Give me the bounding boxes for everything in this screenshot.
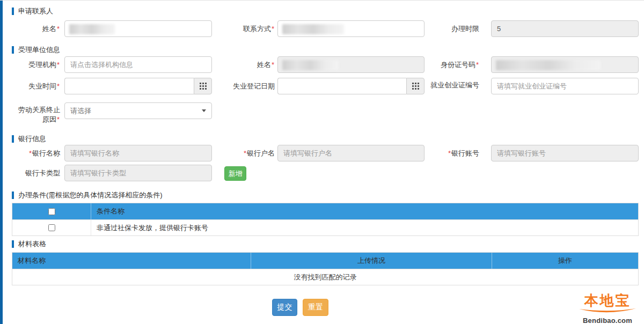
bank-name-label: *银行名称 bbox=[12, 149, 60, 158]
materials-table: 材料名称 上传情况 操作 没有找到匹配的记录 bbox=[12, 252, 639, 285]
agency-input[interactable] bbox=[64, 56, 212, 73]
date-picker-button[interactable] bbox=[194, 78, 212, 94]
calendar-grid-icon bbox=[200, 83, 207, 90]
id-number-input bbox=[491, 56, 639, 73]
termination-reason-label: 劳动关系终止原因* bbox=[12, 105, 60, 124]
calendar-grid-icon bbox=[412, 83, 419, 90]
section-bank-info: 银行信息 bbox=[12, 134, 46, 144]
name2-label: 姓名* bbox=[219, 60, 275, 70]
page-left-accent-bar bbox=[0, 1, 3, 324]
upload-status-header: 上传情况 bbox=[251, 253, 492, 269]
section-title: 材料表格 bbox=[18, 239, 46, 249]
materials-table-header: 材料名称 上传情况 操作 bbox=[12, 253, 638, 269]
logo-domain-text: Bendibao.com bbox=[577, 316, 638, 324]
logo-cn-text: 本地宝 bbox=[577, 293, 638, 308]
conditions-select-all-checkbox[interactable] bbox=[48, 208, 55, 215]
termination-reason-select[interactable]: 请选择 bbox=[64, 102, 212, 119]
name2-input bbox=[277, 56, 425, 73]
name-input[interactable] bbox=[64, 20, 212, 37]
time-limit-label: 办理时限 bbox=[428, 24, 479, 34]
section-marker-icon bbox=[12, 240, 14, 248]
chevron-down-icon bbox=[202, 109, 206, 112]
redacted-value bbox=[282, 60, 339, 70]
employment-cert-no-input[interactable] bbox=[491, 78, 639, 94]
bank-card-type-input bbox=[64, 165, 212, 181]
bank-account-name-input bbox=[277, 145, 425, 161]
contact-input[interactable] bbox=[277, 20, 425, 37]
bank-account-no-input bbox=[491, 145, 639, 161]
section-materials: 材料表格 bbox=[12, 239, 46, 249]
section-marker-icon bbox=[12, 46, 14, 54]
unemployment-reg-date-input[interactable] bbox=[277, 78, 406, 94]
bank-name-input bbox=[64, 145, 212, 161]
table-row: 非通过社保卡发放，提供银行卡账号 bbox=[12, 219, 638, 235]
section-marker-icon bbox=[12, 8, 14, 15]
section-accepting-unit: 受理单位信息 bbox=[12, 45, 60, 55]
logo-swoosh-icon bbox=[578, 308, 637, 314]
submit-button[interactable]: 提交 bbox=[272, 299, 297, 316]
name-label: 姓名* bbox=[12, 24, 60, 34]
employment-cert-no-label: 就业创业证编号 bbox=[428, 80, 479, 90]
section-title: 受理单位信息 bbox=[18, 45, 60, 55]
conditions-table: 条件名称 非通过社保卡发放，提供银行卡账号 bbox=[12, 203, 639, 236]
add-bank-button[interactable]: 新增 bbox=[224, 166, 246, 181]
id-number-label: 身份证号码* bbox=[428, 60, 479, 70]
material-name-header: 材料名称 bbox=[12, 253, 251, 269]
condition-checkbox[interactable] bbox=[48, 224, 55, 231]
unemployment-time-label: 失业时间* bbox=[12, 82, 60, 91]
redacted-value bbox=[282, 24, 344, 34]
time-limit-input bbox=[491, 20, 639, 37]
section-marker-icon bbox=[12, 135, 14, 143]
actions-header: 操作 bbox=[492, 253, 638, 269]
unemployment-time-input[interactable] bbox=[64, 78, 194, 94]
agency-label: 受理机构* bbox=[12, 60, 60, 70]
section-title: 申请联系人 bbox=[18, 6, 53, 16]
date-picker-button[interactable] bbox=[406, 78, 425, 94]
contact-label: 联系方式* bbox=[219, 24, 275, 34]
unemployment-reg-date-field bbox=[277, 78, 425, 94]
reset-button[interactable]: 重置 bbox=[303, 299, 328, 316]
bendibao-logo: 本地宝 Bendibao.com bbox=[577, 293, 638, 324]
condition-name-header: 条件名称 bbox=[91, 203, 638, 219]
redacted-value bbox=[496, 60, 601, 70]
bank-card-type-label: 银行卡类型 bbox=[12, 168, 60, 178]
unemployment-time-field bbox=[64, 78, 212, 94]
conditions-table-header: 条件名称 bbox=[12, 203, 638, 219]
section-applicant-contact: 申请联系人 bbox=[12, 6, 53, 16]
selected-option: 请选择 bbox=[70, 106, 91, 116]
bank-account-no-label: *银行账号 bbox=[428, 149, 479, 158]
section-marker-icon bbox=[12, 192, 14, 199]
empty-table-message: 没有找到匹配的记录 bbox=[12, 269, 638, 285]
section-title: 办理条件(需根据您的具体情况选择相应的条件) bbox=[18, 190, 163, 200]
condition-name: 非通过社保卡发放，提供银行卡账号 bbox=[91, 220, 638, 235]
unemployment-reg-date-label: 失业登记日期 bbox=[219, 82, 275, 91]
bank-account-name-label: *银行户名 bbox=[219, 149, 275, 158]
redacted-value bbox=[69, 24, 115, 34]
section-conditions: 办理条件(需根据您的具体情况选择相应的条件) bbox=[12, 190, 163, 200]
section-title: 银行信息 bbox=[18, 134, 46, 144]
